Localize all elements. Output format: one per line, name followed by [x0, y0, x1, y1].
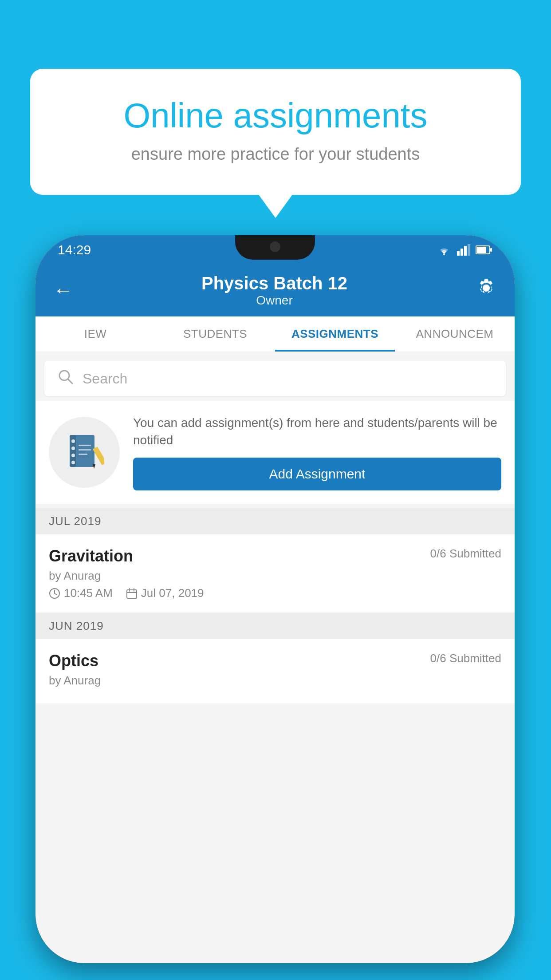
svg-line-24 — [55, 593, 57, 595]
notebook-icon — [64, 431, 104, 473]
header-title: Physics Batch 12 — [201, 273, 347, 293]
svg-point-13 — [71, 447, 75, 450]
phone-frame: 14:29 — [35, 235, 515, 963]
tab-iew[interactable]: IEW — [35, 316, 155, 352]
svg-rect-1 — [457, 251, 460, 256]
app-header: ← Physics Batch 12 Owner — [35, 264, 515, 316]
assignment-name: Gravitation — [49, 547, 133, 565]
speech-bubble-container: Online assignments ensure more practice … — [30, 69, 521, 195]
assignment-time: 10:45 AM — [49, 586, 113, 600]
svg-rect-3 — [464, 246, 467, 256]
section-header-jun: JUN 2019 — [35, 613, 515, 639]
svg-line-9 — [68, 379, 72, 383]
back-button[interactable]: ← — [53, 279, 73, 302]
section-header-jul: JUL 2019 — [35, 508, 515, 534]
promo-card: You can add assignment(s) from here and … — [35, 401, 515, 504]
bubble-title: Online assignments — [66, 95, 485, 136]
tab-announcements[interactable]: ANNOUNCEM — [395, 316, 515, 352]
status-icons — [437, 244, 492, 256]
search-icon — [58, 369, 74, 388]
clock-icon — [49, 588, 60, 599]
tabs: IEW STUDENTS ASSIGNMENTS ANNOUNCEM — [35, 316, 515, 352]
header-center: Physics Batch 12 Owner — [201, 273, 347, 308]
search-bar[interactable]: Search — [44, 361, 506, 396]
svg-rect-17 — [79, 449, 91, 450]
app-body: Search — [35, 352, 515, 963]
tab-assignments[interactable]: ASSIGNMENTS — [275, 316, 395, 352]
add-assignment-button[interactable]: Add Assignment — [133, 458, 501, 490]
screen-area: 14:29 — [35, 235, 515, 963]
svg-rect-6 — [476, 247, 486, 253]
phone-inner: 14:29 — [35, 235, 515, 963]
status-time: 14:29 — [58, 242, 91, 257]
camera — [270, 241, 280, 252]
bubble-subtitle: ensure more practice for your students — [66, 145, 485, 164]
assignment-top: Gravitation 0/6 Submitted — [49, 547, 501, 565]
search-placeholder: Search — [83, 371, 127, 387]
promo-icon-circle — [49, 417, 120, 488]
svg-point-0 — [443, 253, 445, 255]
assignment-item-gravitation[interactable]: Gravitation 0/6 Submitted by Anurag 10:4… — [35, 534, 515, 613]
svg-point-12 — [71, 439, 75, 443]
svg-rect-4 — [468, 244, 470, 256]
svg-rect-18 — [79, 454, 87, 455]
assignment-item-optics[interactable]: Optics 0/6 Submitted by Anurag — [35, 639, 515, 704]
tab-students[interactable]: STUDENTS — [155, 316, 275, 352]
assignment-author-optics: by Anurag — [49, 674, 501, 688]
assignment-date: Jul 07, 2019 — [126, 586, 204, 600]
svg-point-15 — [71, 461, 75, 464]
assignment-submitted-optics: 0/6 Submitted — [430, 652, 501, 665]
status-bar: 14:29 — [35, 235, 515, 264]
assignment-name-optics: Optics — [49, 652, 98, 670]
assignment-author: by Anurag — [49, 569, 501, 583]
svg-point-14 — [71, 454, 75, 457]
svg-rect-25 — [127, 590, 137, 598]
wifi-icon — [437, 244, 452, 256]
assignment-meta: 10:45 AM Jul 07, 2019 — [49, 586, 501, 600]
signal-icon — [457, 244, 470, 256]
battery-icon — [476, 245, 492, 255]
speech-bubble: Online assignments ensure more practice … — [30, 69, 521, 195]
header-subtitle: Owner — [201, 293, 347, 308]
assignment-top-optics: Optics 0/6 Submitted — [49, 652, 501, 670]
promo-text-area: You can add assignment(s) from here and … — [133, 414, 501, 490]
settings-icon[interactable] — [476, 277, 497, 304]
calendar-icon — [126, 588, 138, 599]
svg-rect-7 — [490, 248, 492, 252]
assignment-submitted: 0/6 Submitted — [430, 547, 501, 561]
promo-description: You can add assignment(s) from here and … — [133, 414, 501, 449]
svg-rect-16 — [79, 445, 91, 446]
notch — [235, 235, 315, 260]
svg-rect-2 — [460, 249, 463, 256]
